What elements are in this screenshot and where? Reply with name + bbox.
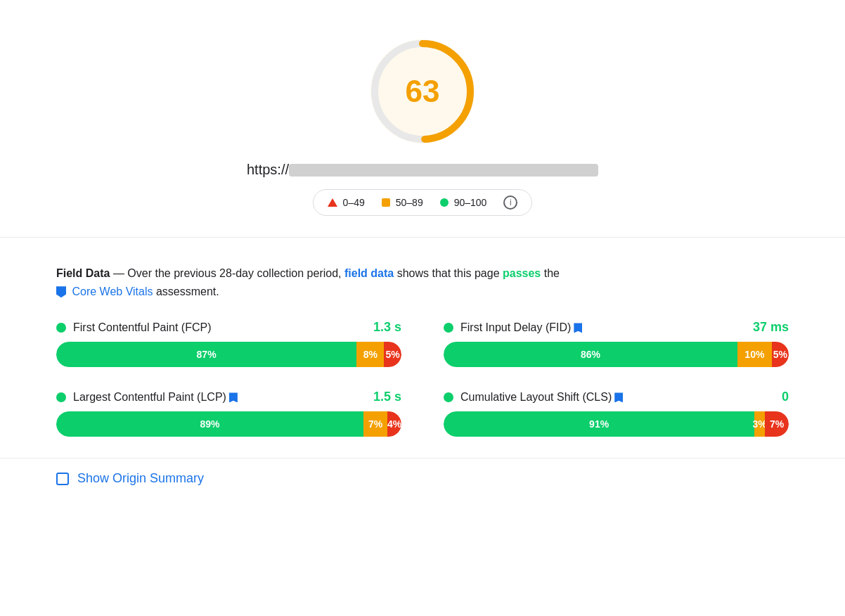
- section-divider: [0, 237, 845, 238]
- field-data-label: Field Data: [56, 267, 110, 279]
- bar-green-cls: 91%: [444, 411, 754, 437]
- metric-value-lcp: 1.5 s: [373, 390, 401, 404]
- legend-fail-label: 0–49: [343, 197, 365, 208]
- field-data-header: Field Data — Over the previous 28-day co…: [56, 264, 789, 300]
- score-value: 63: [406, 74, 440, 109]
- field-data-section: Field Data — Over the previous 28-day co…: [0, 245, 845, 451]
- passes-text: passes: [503, 267, 541, 279]
- progress-bar-lcp: 89%7%4%: [56, 411, 401, 437]
- page-wrapper: 63 https:// 0–49 50–89 90–100 i Fiel: [0, 0, 845, 527]
- origin-summary-link[interactable]: Show Origin Summary: [77, 471, 204, 486]
- metric-header-fcp: First Contentful Paint (FCP)1.3 s: [56, 320, 401, 335]
- metric-name-fid: First Input Delay (FID): [460, 321, 582, 334]
- url-blurred: [289, 164, 598, 177]
- bar-orange-fid: 10%: [737, 342, 772, 367]
- metric-dot-fcp: [56, 323, 66, 333]
- score-section: 63 https:// 0–49 50–89 90–100 i: [0, 14, 845, 230]
- metric-bookmark-icon-cls: [614, 392, 623, 402]
- score-legend: 0–49 50–89 90–100 i: [313, 189, 533, 216]
- url-display: https://: [247, 162, 598, 178]
- metrics-grid: First Contentful Paint (FCP)1.3 s87%8%5%…: [56, 320, 789, 437]
- cwv-link[interactable]: Core Web Vitals: [72, 285, 153, 297]
- metric-header-cls: Cumulative Layout Shift (CLS)0: [444, 390, 789, 404]
- metric-name-cls: Cumulative Layout Shift (CLS): [460, 391, 623, 404]
- metric-dot-fid: [444, 323, 453, 333]
- bar-red-cls: 7%: [765, 411, 789, 437]
- metric-item-lcp: Largest Contentful Paint (LCP)1.5 s89%7%…: [56, 390, 401, 437]
- metric-item-cls: Cumulative Layout Shift (CLS)091%3%7%: [444, 390, 789, 437]
- metric-value-cls: 0: [782, 390, 789, 404]
- origin-summary-row: Show Origin Summary: [0, 458, 845, 499]
- metric-header-fid: First Input Delay (FID)37 ms: [444, 320, 789, 335]
- metric-value-fcp: 1.3 s: [373, 320, 401, 335]
- bar-orange-lcp: 7%: [363, 411, 387, 437]
- field-data-desc-pre: — Over the previous 28-day collection pe…: [113, 267, 342, 279]
- bar-green-fcp: 87%: [56, 342, 356, 367]
- legend-fail: 0–49: [328, 197, 365, 208]
- metric-name-fcp: First Contentful Paint (FCP): [73, 321, 212, 334]
- url-protocol: https://: [247, 162, 289, 178]
- field-data-desc-post: the: [544, 267, 560, 279]
- metric-dot-lcp: [56, 392, 66, 402]
- metric-name-lcp: Largest Contentful Paint (LCP): [73, 391, 238, 404]
- legend-average: 50–89: [382, 197, 423, 208]
- bar-orange-cls: 3%: [754, 411, 765, 437]
- bar-orange-fcp: 8%: [356, 342, 384, 367]
- field-data-desc-end: assessment.: [156, 285, 219, 297]
- fail-triangle-icon: [328, 198, 337, 207]
- field-data-desc-mid: shows that this page: [397, 267, 500, 279]
- bar-red-fid: 5%: [772, 342, 789, 367]
- pass-circle-icon: [440, 198, 449, 207]
- metric-title-group-fcp: First Contentful Paint (FCP): [56, 321, 212, 334]
- metric-bookmark-icon-fid: [574, 323, 582, 333]
- metric-item-fcp: First Contentful Paint (FCP)1.3 s87%8%5%: [56, 320, 401, 367]
- field-data-link[interactable]: field data: [344, 267, 394, 279]
- legend-pass: 90–100: [440, 197, 487, 208]
- legend-pass-label: 90–100: [454, 197, 487, 208]
- legend-info-button[interactable]: i: [503, 195, 517, 210]
- metric-title-group-fid: First Input Delay (FID): [444, 321, 582, 334]
- progress-bar-cls: 91%3%7%: [444, 411, 789, 437]
- bar-red-lcp: 4%: [387, 411, 401, 437]
- metric-title-group-lcp: Largest Contentful Paint (LCP): [56, 391, 238, 404]
- origin-summary-checkbox[interactable]: [56, 473, 69, 485]
- metric-item-fid: First Input Delay (FID)37 ms86%10%5%: [444, 320, 789, 367]
- metric-value-fid: 37 ms: [753, 320, 789, 335]
- progress-bar-fid: 86%10%5%: [444, 342, 789, 367]
- bar-green-fid: 86%: [444, 342, 737, 367]
- gauge-container: 63: [366, 35, 479, 148]
- bar-green-lcp: 89%: [56, 411, 363, 437]
- cwv-bookmark-icon: [56, 286, 66, 297]
- metric-bookmark-icon-lcp: [229, 392, 238, 402]
- progress-bar-fcp: 87%8%5%: [56, 342, 401, 367]
- bar-red-fcp: 5%: [384, 342, 401, 367]
- metric-dot-cls: [444, 392, 453, 402]
- metric-header-lcp: Largest Contentful Paint (LCP)1.5 s: [56, 390, 401, 404]
- legend-average-label: 50–89: [396, 197, 423, 208]
- average-square-icon: [382, 198, 390, 207]
- metric-title-group-cls: Cumulative Layout Shift (CLS): [444, 391, 623, 404]
